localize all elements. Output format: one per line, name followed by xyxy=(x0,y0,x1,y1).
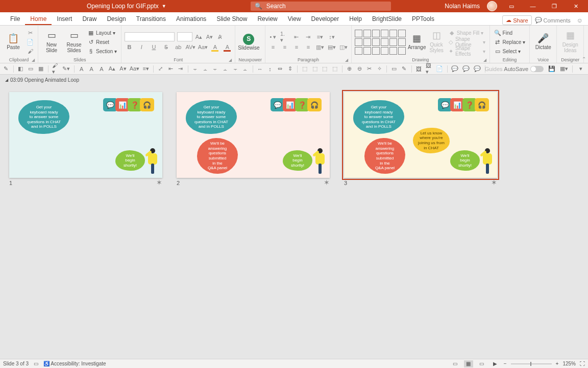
qat-item[interactable]: ✎▾ xyxy=(62,65,70,73)
tab-review[interactable]: Review xyxy=(252,13,282,25)
qat-item[interactable]: 🖼▾ xyxy=(426,65,432,73)
qat-item[interactable]: ⬚ xyxy=(302,65,308,73)
font-dialog-launcher[interactable]: ◢ xyxy=(229,58,232,62)
align-text-button[interactable]: ▤▾ xyxy=(327,42,336,52)
tab-home[interactable]: Home xyxy=(25,13,52,25)
char-spacing-button[interactable]: AV▾ xyxy=(186,42,195,52)
qat-item[interactable]: ⊕ xyxy=(347,65,353,73)
bullets-button[interactable]: • ▾ xyxy=(268,32,278,41)
qat-item[interactable]: ⫟ xyxy=(212,65,218,73)
numbering-button[interactable]: 1. ▾ xyxy=(280,32,289,41)
share-button[interactable]: ☁ Share xyxy=(502,15,531,25)
qat-item[interactable]: A xyxy=(79,65,85,73)
qat-more-button[interactable]: ▦▾ xyxy=(560,65,568,73)
tab-insert[interactable]: Insert xyxy=(52,13,77,25)
new-slide-button[interactable]: ▭New Slide xyxy=(41,28,62,56)
slide-count[interactable]: Slide 3 of 3 xyxy=(3,361,29,366)
qat-item[interactable]: ✂ xyxy=(366,65,373,73)
qat-item[interactable]: ▭ xyxy=(28,65,34,73)
qat-item[interactable]: ⇕ xyxy=(287,65,293,73)
section-button[interactable]: §Section ▾ xyxy=(86,47,118,56)
search-box[interactable]: 🔍 Search xyxy=(251,2,391,11)
find-button[interactable]: 🔍Find xyxy=(493,28,527,37)
clear-format-button[interactable]: A̷ xyxy=(215,32,225,41)
strike-button[interactable]: S̶ xyxy=(161,42,170,52)
zoom-out-button[interactable]: − xyxy=(504,361,507,366)
change-case-button[interactable]: Aa▾ xyxy=(198,42,207,52)
comments-button[interactable]: 💬 Comments xyxy=(535,17,571,24)
qat-item[interactable]: ⇔ xyxy=(277,65,283,73)
reuse-slides-button[interactable]: ▭Reuse Slides xyxy=(64,28,84,56)
tab-brightslide[interactable]: BrightSlide xyxy=(367,13,407,25)
sorter-view-button[interactable]: ▦ xyxy=(464,360,473,367)
qat-guides[interactable]: Guides xyxy=(489,65,498,73)
qat-item[interactable]: ✎ xyxy=(401,65,407,73)
qat-item[interactable]: ⬚ xyxy=(322,65,328,73)
document-title[interactable]: Opening Loop for GIF.pptx ▼ xyxy=(87,3,166,10)
qat-item[interactable]: 🖌▾ xyxy=(52,65,58,73)
font-size-input[interactable] xyxy=(177,32,192,41)
dictate-button[interactable]: 🎤Dictate xyxy=(533,28,553,56)
user-avatar-icon[interactable] xyxy=(487,1,497,11)
qat-item[interactable]: ✧ xyxy=(377,65,383,73)
decrease-indent-button[interactable]: ⇤ xyxy=(292,32,301,41)
qat-item[interactable]: ⫟ xyxy=(232,65,238,73)
tab-design[interactable]: Design xyxy=(102,13,131,25)
qat-item[interactable]: ◧ xyxy=(17,65,23,73)
minimize-button[interactable]: — xyxy=(526,0,540,12)
qat-item[interactable]: ⊖ xyxy=(356,65,362,73)
increase-indent-button[interactable]: ⇥ xyxy=(304,32,313,41)
shapes-gallery[interactable] xyxy=(355,30,406,55)
qat-item[interactable]: ⫟ xyxy=(192,65,199,73)
cut-button[interactable]: ✂ xyxy=(26,28,35,37)
qat-item[interactable]: ⫠ xyxy=(223,65,229,73)
slide-thumbnail-2[interactable]: Get your keyboard ready to answer some q… xyxy=(177,92,330,186)
replace-button[interactable]: ⇄Replace ▾ xyxy=(493,37,527,47)
tab-pptools[interactable]: PPTools xyxy=(407,13,439,25)
bold-button[interactable]: B xyxy=(125,42,134,52)
smartart-button[interactable]: ◫▾ xyxy=(339,42,348,52)
qat-item[interactable]: ↔ xyxy=(257,65,263,73)
qat-item[interactable]: ✎ xyxy=(3,65,9,73)
accessibility-button[interactable]: ♿ Accessibility: Investigate xyxy=(43,361,106,366)
qat-item[interactable]: ⫠ xyxy=(242,65,249,73)
align-center-button[interactable]: ≡ xyxy=(280,42,289,52)
slide-thumbnail-1[interactable]: Get your keyboard ready to answer some q… xyxy=(9,92,162,186)
paragraph-dialog-launcher[interactable]: ◢ xyxy=(345,58,348,62)
line-spacing-button[interactable]: ≡▾ xyxy=(315,32,325,41)
tab-transitions[interactable]: Transitions xyxy=(131,13,171,25)
zoom-slider[interactable] xyxy=(511,363,552,364)
qat-item[interactable]: A▾ xyxy=(119,65,126,73)
shadow-button[interactable]: ab xyxy=(174,42,183,52)
qat-save-button[interactable]: 💾 xyxy=(548,65,556,73)
underline-button[interactable]: U xyxy=(149,42,158,52)
qat-item[interactable]: A▴ xyxy=(109,65,115,73)
font-color-button[interactable]: A xyxy=(223,42,232,52)
tab-developer[interactable]: Developer xyxy=(306,13,345,25)
normal-view-button[interactable]: ▭ xyxy=(451,360,460,367)
paste-button[interactable]: 📋 Paste xyxy=(3,28,23,56)
restore-button[interactable]: ❐ xyxy=(547,0,561,12)
section-header[interactable]: ◢ 03:09 Opening Animated Loop xyxy=(0,75,588,85)
qat-item[interactable]: ⇤ xyxy=(167,65,174,73)
qat-item[interactable]: 🖼 xyxy=(415,65,422,73)
smiley-feedback-icon[interactable]: ☺ xyxy=(577,17,583,24)
clipboard-dialog-launcher[interactable]: ◢ xyxy=(32,58,35,62)
qat-item[interactable]: 💬 xyxy=(474,65,481,73)
qat-item[interactable]: ⤢ xyxy=(158,65,164,73)
tab-animations[interactable]: Animations xyxy=(171,13,211,25)
qat-item[interactable]: ⬚ xyxy=(332,65,338,73)
qat-item[interactable]: ⇥ xyxy=(178,65,184,73)
reset-button[interactable]: ↺Reset xyxy=(86,37,118,47)
zoom-level[interactable]: 125% xyxy=(562,361,576,366)
ribbon-display-button[interactable]: ▭ xyxy=(504,0,519,12)
qat-item[interactable]: A xyxy=(88,65,94,73)
qat-item[interactable]: ⬚ xyxy=(312,65,318,73)
tab-file[interactable]: File xyxy=(5,13,25,25)
qat-item[interactable]: A xyxy=(99,65,105,73)
highlight-button[interactable]: A xyxy=(210,42,219,52)
font-name-input[interactable] xyxy=(125,32,175,41)
slidewise-button[interactable]: SSlidewise xyxy=(238,28,259,56)
qat-item[interactable]: ⫠ xyxy=(202,65,208,73)
tab-view[interactable]: View xyxy=(283,13,306,25)
